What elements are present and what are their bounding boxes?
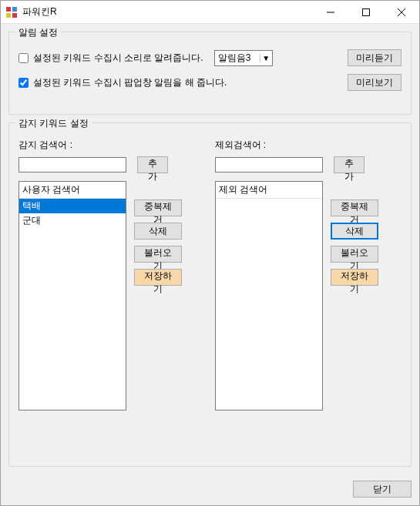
include-add-button[interactable]: 추가 xyxy=(137,156,168,173)
close-dialog-button[interactable]: 닫기 xyxy=(353,481,412,498)
alarm-sound-checkbox-wrap[interactable]: 설정된 키워드 수집시 소리로 알려줍니다. xyxy=(18,52,203,65)
preview-sound-button[interactable]: 미리듣기 xyxy=(348,49,402,66)
list-item[interactable]: 군대 xyxy=(19,213,126,228)
alarm-popup-checkbox-wrap[interactable]: 설정된 키워드 수집시 팝업창 알림을 해 줍니다. xyxy=(18,76,227,89)
alarm-sound-label: 설정된 키워드 수집시 소리로 알려줍니다. xyxy=(33,52,203,65)
include-column: 감지 검색어 : 추가 사용자 검색어 택배 군대 중복제거 삭제 xyxy=(18,139,206,457)
exclude-load-button[interactable]: 불러오기 xyxy=(331,246,378,263)
alarm-settings-group: 알림 설정 설정된 키워드 수집시 소리로 알려줍니다. 알림음3 ▼ 미리듣기… xyxy=(8,32,412,115)
alarm-popup-row: 설정된 키워드 수집시 팝업창 알림을 해 줍니다. 미리보기 xyxy=(18,74,402,91)
dropdown-arrow-icon: ▼ xyxy=(260,54,272,62)
svg-rect-2 xyxy=(6,13,11,18)
include-listbox[interactable]: 사용자 검색어 택배 군대 xyxy=(18,181,126,410)
app-icon xyxy=(5,6,18,18)
list-item[interactable]: 택배 xyxy=(19,199,126,213)
include-list-area: 사용자 검색어 택배 군대 중복제거 삭제 불러오기 저장하기 xyxy=(18,181,206,457)
close-button[interactable] xyxy=(384,1,419,24)
include-save-button[interactable]: 저장하기 xyxy=(134,269,182,286)
exclude-label: 제외검색어 : xyxy=(215,139,402,152)
alarm-sound-row: 설정된 키워드 수집시 소리로 알려줍니다. 알림음3 ▼ 미리듣기 xyxy=(18,49,402,66)
footer: 닫기 xyxy=(1,474,419,505)
alarm-sound-select-value: 알림음3 xyxy=(215,52,260,65)
keyword-group-title: 감지 키워드 설정 xyxy=(15,117,92,130)
include-input[interactable] xyxy=(18,157,126,173)
exclude-input[interactable] xyxy=(215,157,323,173)
svg-rect-0 xyxy=(6,7,11,12)
svg-rect-5 xyxy=(363,9,370,16)
alarm-sound-select[interactable]: 알림음3 ▼ xyxy=(214,50,273,66)
keyword-columns: 감지 검색어 : 추가 사용자 검색어 택배 군대 중복제거 삭제 xyxy=(18,139,402,457)
maximize-button[interactable] xyxy=(348,1,384,24)
include-label: 감지 검색어 : xyxy=(18,139,206,152)
exclude-list-header: 제외 검색어 xyxy=(216,182,322,199)
exclude-list-area: 제외 검색어 중복제거 삭제 불러오기 저장하기 xyxy=(215,181,402,457)
keyword-settings-group: 감지 키워드 설정 감지 검색어 : 추가 사용자 검색어 택배 군대 xyxy=(8,122,412,467)
exclude-save-button[interactable]: 저장하기 xyxy=(331,269,378,286)
exclude-input-row: 추가 xyxy=(215,156,402,173)
alarm-group-title: 알림 설정 xyxy=(15,26,61,39)
alarm-popup-checkbox[interactable] xyxy=(18,78,29,88)
exclude-add-button[interactable]: 추가 xyxy=(334,156,365,173)
include-input-row: 추가 xyxy=(18,156,206,173)
include-list-header: 사용자 검색어 xyxy=(19,182,126,199)
exclude-delete-button[interactable]: 삭제 xyxy=(331,223,378,240)
exclude-button-stack: 중복제거 삭제 불러오기 저장하기 xyxy=(331,181,378,457)
titlebar: 파워킨R xyxy=(1,1,419,24)
window-body: 알림 설정 설정된 키워드 수집시 소리로 알려줍니다. 알림음3 ▼ 미리듣기… xyxy=(1,24,419,474)
window-title: 파워킨R xyxy=(22,5,313,18)
exclude-column: 제외검색어 : 추가 제외 검색어 중복제거 삭제 불러오기 저장 xyxy=(215,139,402,457)
exclude-dedup-button[interactable]: 중복제거 xyxy=(331,199,378,216)
svg-rect-1 xyxy=(12,7,17,12)
include-delete-button[interactable]: 삭제 xyxy=(134,223,182,240)
include-load-button[interactable]: 불러오기 xyxy=(134,246,182,263)
minimize-button[interactable] xyxy=(313,1,348,24)
app-window: 파워킨R 알림 설정 설정된 키워드 수집시 소리로 알려줍니다. xyxy=(0,0,420,506)
alarm-popup-label: 설정된 키워드 수집시 팝업창 알림을 해 줍니다. xyxy=(33,76,227,89)
exclude-listbox[interactable]: 제외 검색어 xyxy=(215,181,323,410)
preview-popup-button[interactable]: 미리보기 xyxy=(348,74,402,91)
window-controls xyxy=(313,1,419,23)
include-dedup-button[interactable]: 중복제거 xyxy=(134,199,182,216)
include-button-stack: 중복제거 삭제 불러오기 저장하기 xyxy=(134,181,182,457)
svg-rect-3 xyxy=(12,13,17,18)
alarm-sound-checkbox[interactable] xyxy=(18,53,29,63)
